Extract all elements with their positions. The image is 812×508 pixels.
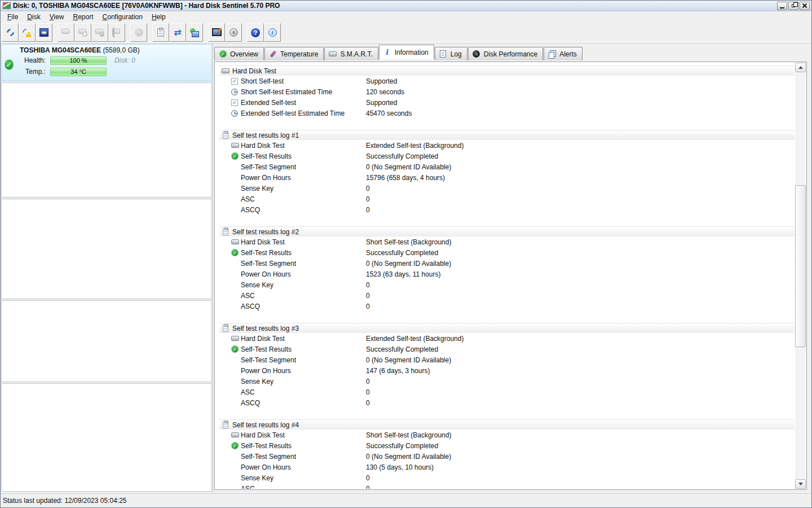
row-value: 0 (No Segment ID Available): [366, 163, 795, 171]
row-value: Extended Self-test (Background): [366, 335, 795, 343]
row-label: ASC: [241, 485, 366, 489]
menu-file[interactable]: File: [3, 12, 23, 22]
section-header: Self test results log #2: [219, 226, 795, 237]
row-value: Short Self-test (Background): [366, 431, 795, 439]
health-bar: 100 %: [50, 56, 107, 65]
refresh-alert-button[interactable]: [19, 23, 36, 42]
tab-overview[interactable]: ✓ Overview: [214, 47, 264, 60]
minimize-button[interactable]: [777, 2, 787, 10]
sync-button[interactable]: ⇄: [169, 23, 186, 42]
disk-tools-button: [58, 23, 74, 42]
app-window: Disk: 0, TOSHIBA MG04SCA60EE [76V0A0KNFW…: [0, 0, 812, 508]
app-icon: [3, 2, 11, 9]
section-title: Self test results log #2: [232, 228, 299, 236]
row-value: Supported: [366, 99, 795, 107]
scrollbar-thumb[interactable]: [795, 185, 806, 347]
row-label: Self-Test Results: [241, 249, 366, 257]
section-header: Hard Disk Test: [219, 65, 795, 76]
row-label: Self-Test Segment: [241, 260, 366, 268]
tab-log[interactable]: Log: [435, 47, 467, 60]
disk-icon: [231, 431, 241, 439]
row-label: Power On Hours: [241, 463, 366, 471]
sidebar-panel-empty: [1, 199, 212, 299]
disk-list-item[interactable]: TOSHIBA MG04SCA60EE (5589,0 GB) ✓ Health…: [1, 44, 212, 81]
disk-icon: [221, 67, 230, 76]
disk-name: TOSHIBA MG04SCA60EE: [20, 46, 101, 54]
refresh-button[interactable]: [2, 23, 19, 42]
refresh-icon: [6, 28, 15, 37]
temp-label: Temp.:: [19, 68, 46, 76]
clock-icon: [231, 87, 241, 96]
arrow-up-icon: [798, 66, 803, 69]
row-label: Sense Key: [241, 378, 366, 386]
row-label: Sense Key: [241, 281, 366, 289]
tab-s-m-a-r-t[interactable]: S.M.A.R.T.: [324, 47, 378, 60]
row-label: Self-Test Segment: [241, 163, 366, 171]
row-value: 0: [366, 281, 795, 289]
tab-label: Temperature: [280, 50, 318, 58]
title-bar: Disk: 0, TOSHIBA MG04SCA60EE [76V0A0KNFW…: [1, 1, 811, 11]
report-icon: [156, 28, 165, 37]
info-row: Power On Hours 147 (6 days, 3 hours): [219, 365, 795, 376]
close-button[interactable]: [800, 2, 810, 10]
info-row: Sense Key 0: [219, 183, 795, 194]
network-icon: [190, 28, 199, 37]
menu-disk[interactable]: Disk: [23, 12, 45, 22]
row-label: Self-Test Segment: [241, 356, 366, 364]
tab-label: Overview: [230, 50, 258, 58]
info-row: ASCQ 0: [219, 204, 795, 215]
info-row: Self-Test Segment 0 (No Segment ID Avail…: [219, 354, 795, 365]
tab-temperature[interactable]: Temperature: [264, 47, 324, 60]
status-bar: Status last updated: 12/09/2023 05:04:25: [1, 493, 811, 507]
tab-information[interactable]: i Information: [379, 45, 434, 59]
row-value: 45470 seconds: [366, 110, 795, 117]
info-row: Hard Disk Test Short Self-test (Backgrou…: [219, 237, 795, 247]
menu-report[interactable]: Report: [69, 12, 98, 22]
row-label: Self-Test Segment: [241, 453, 366, 461]
check-circle-icon: ✓: [231, 152, 241, 160]
tab-alerts[interactable]: Alerts: [544, 47, 582, 60]
row-label: Sense Key: [241, 474, 366, 482]
info-row: Hard Disk Test Extended Self-test (Backg…: [219, 333, 795, 344]
menu-help[interactable]: Help: [147, 12, 170, 22]
info-row: ASC 0: [219, 290, 795, 301]
info-row: ASC 0: [219, 483, 795, 489]
restore-button[interactable]: [788, 2, 798, 10]
notepad-icon: [221, 227, 230, 237]
scroll-down-button[interactable]: [795, 479, 806, 489]
preferences-button[interactable]: [208, 23, 225, 42]
information-button[interactable]: i: [264, 23, 281, 42]
tab-label: Alerts: [559, 50, 577, 58]
sidebar: TOSHIBA MG04SCA60EE (5589,0 GB) ✓ Health…: [1, 43, 213, 493]
info-bubble-icon: i: [268, 28, 277, 37]
row-label: ASCQ: [241, 399, 366, 407]
section-header: Self test results log #3: [219, 323, 795, 333]
menu-view[interactable]: View: [45, 12, 69, 22]
row-label: Self-Test Results: [241, 152, 366, 160]
disk-title: TOSHIBA MG04SCA60EE (5589,0 GB): [2, 45, 211, 55]
tab-label: Log: [451, 50, 462, 58]
tab-disk-performance[interactable]: Disk Performance: [468, 47, 543, 60]
check-circle-icon: ✓: [231, 441, 241, 450]
network-button[interactable]: [186, 23, 203, 42]
row-value: 0 (No Segment ID Available): [366, 260, 795, 268]
row-label: Sense Key: [241, 185, 366, 192]
row-value: Supported: [366, 77, 795, 85]
help-button[interactable]: ?: [247, 23, 264, 42]
row-value: 0: [366, 303, 795, 310]
main-area: TOSHIBA MG04SCA60EE (5589,0 GB) ✓ Health…: [1, 43, 811, 493]
row-label: Hard Disk Test: [241, 238, 366, 246]
report-button[interactable]: [152, 23, 169, 42]
info-row: Self-Test Segment 0 (No Segment ID Avail…: [219, 161, 795, 172]
scrollbar[interactable]: [795, 63, 806, 489]
sounds-button[interactable]: [225, 23, 242, 42]
toolbar-group: [2, 23, 52, 42]
right-pane: ✓ Overview Temperature S.M.A.R.T. i Info…: [213, 43, 811, 493]
scroll-up-button[interactable]: [795, 63, 806, 72]
disk-check-icon: ✓: [95, 28, 104, 37]
detect-disks-button[interactable]: [36, 23, 52, 42]
health-label: Health:: [19, 56, 46, 64]
row-label: Short Self-test Estimated Time: [241, 88, 366, 96]
menu-configuration[interactable]: Configuration: [98, 12, 147, 22]
disk-size: (5589,0 GB): [103, 46, 139, 54]
